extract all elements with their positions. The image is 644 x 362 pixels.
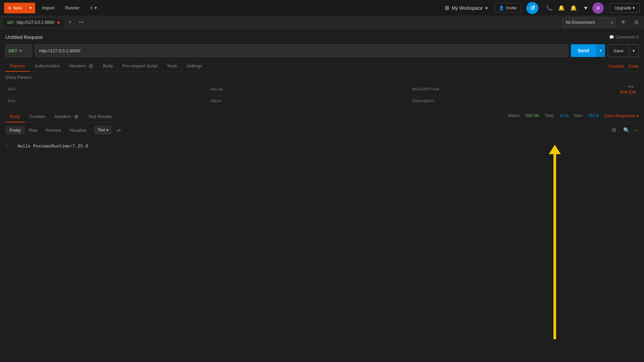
arrow-line <box>553 154 556 339</box>
top-bar: + New ▾ Import Runner ⑃ ▾ ⊞ My Workspace… <box>0 0 644 16</box>
notification-bell-button[interactable]: 🔔 <box>556 3 567 13</box>
fork-icon: ⑃ <box>90 4 93 11</box>
workspace-button[interactable]: ⊞ My Workspace ▾ <box>441 3 492 13</box>
fork-button[interactable]: ⑃ ▾ <box>86 2 100 13</box>
search-response-button[interactable]: 🔍 <box>622 125 632 135</box>
alert-icon: 🔔 <box>570 5 577 11</box>
workspace-label: My Workspace <box>452 5 483 11</box>
unsaved-dot <box>57 21 60 24</box>
more-tabs-button[interactable]: ••• <box>76 18 86 26</box>
avatar[interactable]: U <box>592 2 604 14</box>
desc-column-header: DESCRIPTION <box>410 82 612 96</box>
comments-button[interactable]: 💬 Comments 0 <box>609 35 639 40</box>
params-table: KEY VALUE DESCRIPTION ••• Bulk Edit <box>5 82 639 106</box>
tab-bar: GET http://127.0.0.1:3000/ + ••• No Envi… <box>0 16 644 29</box>
right-icons: ↺ 📞 🔔 🔔 ♥ U Upgrade ▾ <box>526 2 640 14</box>
time-label: Time: <box>545 113 555 118</box>
phone-icon-button[interactable]: 📞 <box>544 3 555 13</box>
chevron-down-icon: ▾ <box>95 5 97 10</box>
copy-icon: ⧉ <box>612 127 616 133</box>
response-text: Hello PostmanRuntime/7.25.0 <box>17 144 88 149</box>
url-bar: GET ▾ Send ▾ Save ▾ <box>5 44 639 57</box>
send-button-group: Send ▾ <box>571 44 605 57</box>
chevron-down-icon: ▾ <box>633 5 635 10</box>
response-status-area: Status: 200 OK Time: 4 ms Size: 153 B Sa… <box>508 113 639 120</box>
value-input[interactable] <box>210 98 407 103</box>
size-label: Size: <box>574 113 583 118</box>
req-tab-right-actions: Cookies Code <box>608 64 639 69</box>
tab-body[interactable]: Body <box>98 61 118 72</box>
key-column-header: KEY <box>5 82 208 96</box>
comments-count: 0 <box>636 35 639 40</box>
add-tab-button[interactable]: + <box>65 18 75 27</box>
invite-button[interactable]: 👤 Invite <box>494 3 521 13</box>
tab-headers[interactable]: Headers 7 <box>65 61 98 72</box>
gear-icon: ⚙ <box>634 19 639 25</box>
runner-button[interactable]: Runner <box>61 3 84 12</box>
eye-button[interactable]: 👁 <box>619 17 629 27</box>
save-dropdown-button[interactable]: ▾ <box>629 44 639 57</box>
phone-icon: 📞 <box>546 5 553 11</box>
settings-button[interactable]: ⚙ <box>631 17 641 27</box>
resp-view-preview[interactable]: Preview <box>42 126 65 134</box>
new-button[interactable]: + New ▾ <box>4 3 35 13</box>
resp-view-visualize[interactable]: Visualize <box>65 126 91 134</box>
send-dropdown-button[interactable]: ▾ <box>596 44 605 57</box>
save-button[interactable]: Save <box>608 44 629 57</box>
sync-button[interactable]: ↺ <box>526 2 538 14</box>
save-label: Save <box>613 48 624 53</box>
separator <box>541 5 541 11</box>
tab-settings[interactable]: Settings <box>182 61 207 72</box>
new-button-dropdown[interactable]: ▾ <box>26 3 35 13</box>
tab-tests[interactable]: Tests <box>162 61 181 72</box>
chevron-down-icon: ▾ <box>30 5 32 10</box>
request-tab[interactable]: GET http://127.0.0.1:3000/ <box>3 17 64 27</box>
tab-pre-request[interactable]: Pre-request Script <box>118 61 162 72</box>
tab-params[interactable]: Params <box>5 61 30 72</box>
resp-tab-cookies[interactable]: Cookies <box>25 111 50 122</box>
chevron-down-icon: ▾ <box>633 48 635 53</box>
minimize-icon: — <box>634 128 639 133</box>
response-code: PostmanRuntime/7.25.0 <box>33 144 88 149</box>
resp-view-pretty[interactable]: Pretty <box>5 126 25 134</box>
resp-tab-test-results[interactable]: Test Results <box>84 111 117 122</box>
environment-select[interactable]: No Environment <box>562 17 616 27</box>
cookies-link[interactable]: Cookies <box>608 64 624 69</box>
status-value: 200 OK <box>526 113 539 118</box>
response-body-toolbar: Pretty Raw Preview Visualize Text ▾ ⇌ ⧉ … <box>0 122 644 138</box>
heart-button[interactable]: ♥ <box>580 3 591 13</box>
request-title-bar: Untitled Request 💬 Comments 0 <box>5 34 639 40</box>
text-type-select[interactable]: Text ▾ <box>95 126 111 134</box>
request-container: Untitled Request 💬 Comments 0 GET ▾ Send… <box>0 29 644 57</box>
copy-response-button[interactable]: ⧉ <box>609 125 619 135</box>
resp-tab-body[interactable]: Body <box>5 111 25 122</box>
method-select[interactable]: GET ▾ <box>5 44 32 57</box>
code-link[interactable]: Code <box>628 64 639 69</box>
key-input[interactable] <box>8 98 205 103</box>
yellow-arrow-annotation <box>549 145 561 339</box>
tab-authorization[interactable]: Authorization <box>30 61 65 72</box>
upgrade-button[interactable]: Upgrade ▾ <box>609 3 640 13</box>
query-params-section: Query Params KEY VALUE DESCRIPTION ••• B… <box>0 72 644 109</box>
chevron-down-icon: ▾ <box>600 49 602 53</box>
column-options-icon[interactable]: ••• <box>628 84 634 89</box>
import-button[interactable]: Import <box>38 3 58 12</box>
query-params-title: Query Params <box>5 75 639 80</box>
send-button[interactable]: Send <box>571 44 596 57</box>
description-input[interactable] <box>412 98 609 103</box>
resp-view-raw[interactable]: Raw <box>25 126 42 134</box>
tab-url: http://127.0.0.1:3000/ <box>17 20 55 25</box>
comments-label: Comments <box>615 35 635 40</box>
wrap-button[interactable]: ⇌ <box>113 125 123 135</box>
comment-icon: 💬 <box>609 35 614 40</box>
resp-tab-headers[interactable]: Headers 4 <box>50 111 84 122</box>
response-line-1: 1 Hello PostmanRuntime/7.25.0 <box>5 143 639 149</box>
save-button-group: Save ▾ <box>608 44 639 57</box>
url-input[interactable] <box>35 44 568 57</box>
heart-icon: ♥ <box>584 5 587 11</box>
alerts-button[interactable]: 🔔 <box>568 3 579 13</box>
response-action-buttons: ⧉ 🔍 — <box>609 125 639 135</box>
save-response-button[interactable]: Save Response ▾ <box>604 113 639 118</box>
bulk-edit-button[interactable]: Bulk Edit <box>620 90 636 95</box>
three-dots-icon: ••• <box>79 20 84 25</box>
